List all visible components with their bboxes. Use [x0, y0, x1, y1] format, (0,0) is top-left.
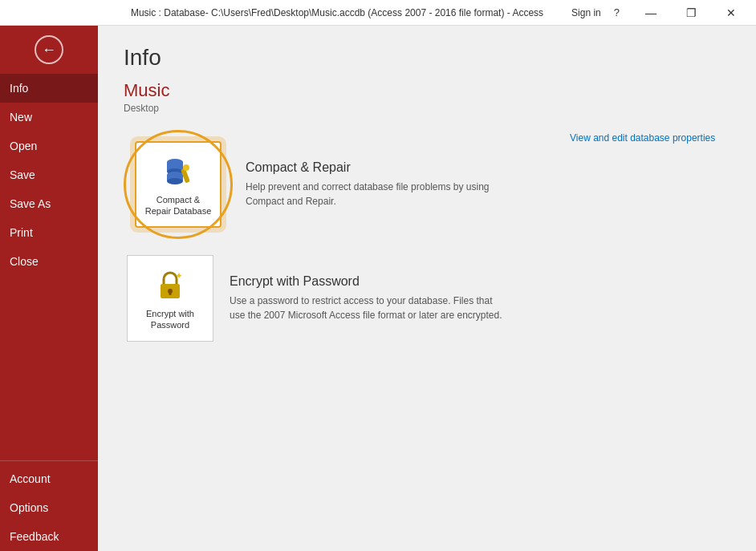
svg-text:✦: ✦	[175, 270, 183, 282]
sidebar-label-new: New	[10, 111, 32, 124]
sign-in-link[interactable]: Sign in	[571, 7, 601, 18]
encrypt-password-desc: Use a password to restrict access to you…	[230, 294, 502, 322]
sidebar-bottom: Account Options Feedback	[0, 457, 98, 551]
sidebar-label-close: Close	[10, 255, 39, 268]
content-area: Info Music Desktop	[98, 26, 756, 551]
encrypt-password-icon-wrap: ✦ Encrypt withPassword	[127, 255, 213, 342]
page-title: Info	[124, 45, 730, 71]
encrypt-password-info: Encrypt with Password Use a password to …	[217, 274, 515, 322]
db-properties-link[interactable]: View and edit database properties	[570, 132, 715, 144]
maximize-button[interactable]: ❐	[673, 0, 709, 26]
svg-point-7	[183, 164, 189, 171]
compact-repair-info: Compact & Repair Help prevent and correc…	[233, 160, 531, 209]
sidebar: ← Info New Open Save Save As Print	[0, 26, 98, 551]
sidebar-item-account[interactable]: Account	[0, 464, 98, 493]
app-body: ← Info New Open Save Save As Print	[0, 26, 756, 551]
sidebar-item-print[interactable]: Print	[0, 218, 98, 247]
back-button[interactable]: ←	[0, 26, 98, 74]
encrypt-password-card[interactable]: ✦ Encrypt withPassword Encrypt with Pass…	[124, 252, 544, 345]
help-button[interactable]: ?	[614, 6, 620, 18]
sidebar-label-account: Account	[10, 472, 51, 485]
close-button[interactable]: ✕	[713, 0, 750, 26]
minimize-button[interactable]: —	[632, 0, 669, 26]
compact-repair-icon-wrap: Compact &Repair Database	[135, 141, 222, 228]
compact-repair-title: Compact & Repair	[246, 160, 518, 175]
file-location: Desktop	[124, 103, 730, 114]
sidebar-item-feedback[interactable]: Feedback	[0, 522, 98, 551]
svg-rect-10	[169, 291, 172, 295]
sidebar-label-saveas: Save As	[10, 197, 51, 210]
title-bar-text: Music : Database- C:\Users\Fred\Desktop\…	[103, 7, 571, 18]
sidebar-label-print: Print	[10, 226, 33, 239]
sidebar-label-info: Info	[10, 82, 28, 95]
sidebar-label-save: Save	[10, 168, 35, 181]
encrypt-password-icon: ✦	[151, 266, 189, 305]
encrypt-password-label: Encrypt withPassword	[146, 308, 194, 331]
compact-repair-label: Compact &Repair Database	[145, 194, 212, 217]
sidebar-item-info[interactable]: Info	[0, 74, 98, 103]
sidebar-label-open: Open	[10, 140, 37, 152]
svg-point-5	[167, 178, 183, 184]
compact-repair-icon	[159, 152, 197, 191]
sidebar-item-new[interactable]: New	[0, 103, 98, 132]
sidebar-item-options[interactable]: Options	[0, 493, 98, 522]
file-name: Music	[124, 80, 730, 101]
actions-row: Compact &Repair Database Compact & Repai…	[124, 130, 730, 345]
sidebar-item-saveas[interactable]: Save As	[0, 189, 98, 218]
sidebar-item-save[interactable]: Save	[0, 160, 98, 189]
sidebar-divider	[0, 460, 98, 461]
title-bar-actions: Sign in ? — ❐ ✕	[571, 0, 750, 26]
compact-repair-desc: Help prevent and correct database file p…	[246, 180, 518, 209]
sidebar-label-feedback: Feedback	[10, 530, 59, 543]
title-bar: Music : Database- C:\Users\Fred\Desktop\…	[0, 0, 756, 26]
sidebar-nav: Info New Open Save Save As Print Close	[0, 74, 98, 551]
sidebar-item-close[interactable]: Close	[0, 247, 98, 276]
sidebar-label-options: Options	[10, 501, 48, 514]
right-panel: View and edit database properties	[570, 130, 730, 144]
window-controls: — ❐ ✕	[632, 0, 750, 26]
actions-col: Compact &Repair Database Compact & Repai…	[124, 130, 544, 345]
back-arrow-icon: ←	[42, 42, 56, 59]
sidebar-item-open[interactable]: Open	[0, 132, 98, 160]
compact-repair-card[interactable]: Compact &Repair Database Compact & Repai…	[124, 130, 544, 239]
back-circle-icon: ←	[35, 35, 63, 64]
encrypt-password-title: Encrypt with Password	[230, 274, 502, 289]
